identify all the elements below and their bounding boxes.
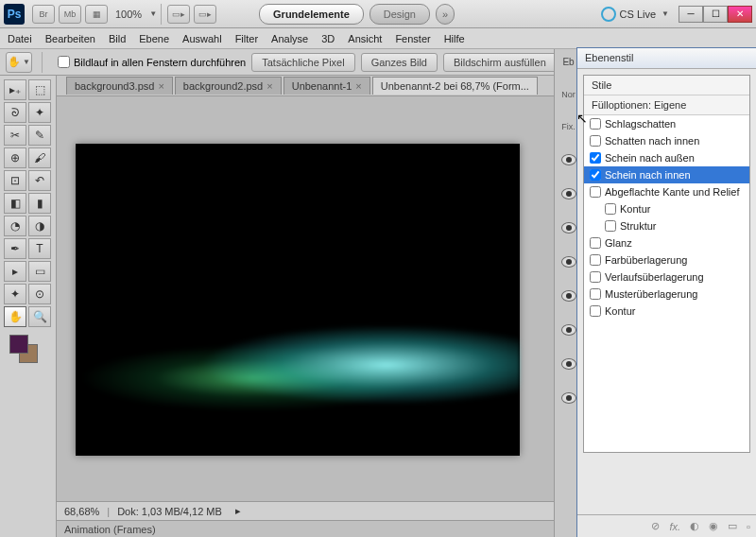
canvas[interactable] xyxy=(76,144,520,456)
style-item[interactable]: Schatten nach innen xyxy=(584,132,749,149)
layout-icon[interactable]: ▦ xyxy=(85,5,108,24)
menu-bild[interactable]: Bild xyxy=(109,33,126,44)
style-item[interactable]: Farbüberlagerung xyxy=(584,251,749,268)
style-item[interactable]: Kontur xyxy=(584,303,749,320)
arrange-icon[interactable]: ▭▸ xyxy=(167,5,190,24)
workspace-design[interactable]: Design xyxy=(369,4,430,25)
scroll-all-checkbox[interactable]: Bildlauf in allen Fenstern durchführen xyxy=(58,56,246,68)
pen-tool[interactable]: ✒ xyxy=(4,238,26,259)
style-item[interactable]: Schlagschatten xyxy=(584,115,749,132)
style-checkbox[interactable] xyxy=(590,186,601,198)
fill-screen-button[interactable]: Bildschirm ausfüllen xyxy=(443,53,557,72)
camera-tool[interactable]: ⊙ xyxy=(28,284,51,304)
visibility-icon[interactable] xyxy=(561,188,576,199)
stamp-tool[interactable]: ⊡ xyxy=(4,170,26,191)
history-tool[interactable]: ↶ xyxy=(28,170,51,191)
visibility-icon[interactable] xyxy=(561,290,576,302)
close-tab-icon[interactable]: × xyxy=(355,80,361,92)
blend-mode-stub[interactable]: Nor xyxy=(561,90,576,99)
new-icon[interactable]: ▫ xyxy=(747,521,750,532)
bridge-icon[interactable]: Br xyxy=(32,5,55,24)
style-checkbox[interactable] xyxy=(590,288,601,300)
menu-hilfe[interactable]: Hilfe xyxy=(444,33,465,44)
menu-fenster[interactable]: Fenster xyxy=(395,33,430,44)
marquee-tool[interactable]: ⬚ xyxy=(28,79,51,100)
mask-icon[interactable]: ◐ xyxy=(690,520,699,532)
style-checkbox[interactable] xyxy=(590,118,601,130)
style-item[interactable]: Verlaufsüberlagerung xyxy=(584,268,749,286)
fill-options-header[interactable]: Fülloptionen: Eigene xyxy=(584,95,749,115)
menu-datei[interactable]: Datei xyxy=(8,33,32,44)
style-checkbox[interactable] xyxy=(590,152,601,164)
menu-filter[interactable]: Filter xyxy=(235,33,258,44)
style-checkbox[interactable] xyxy=(590,237,601,249)
style-checkbox[interactable] xyxy=(590,305,601,317)
crop-tool[interactable]: ✂ xyxy=(4,125,26,146)
folder-icon[interactable]: ▭ xyxy=(728,520,737,532)
menu-analyse[interactable]: Analyse xyxy=(271,33,308,44)
hand-tool[interactable]: ✋ xyxy=(4,306,26,327)
visibility-icon[interactable] xyxy=(561,256,576,268)
style-checkbox[interactable] xyxy=(605,203,616,215)
dodge-tool[interactable]: ◑ xyxy=(28,216,51,236)
zoom-tool[interactable]: 🔍 xyxy=(28,306,51,327)
minibridge-icon[interactable]: Mb xyxy=(59,5,81,24)
style-checkbox[interactable] xyxy=(590,254,601,266)
maximize-button[interactable]: ☐ xyxy=(703,6,728,23)
minimize-button[interactable]: ─ xyxy=(679,6,703,23)
close-tab-icon[interactable]: × xyxy=(158,80,163,92)
gradient-tool[interactable]: ▮ xyxy=(28,193,51,214)
style-item[interactable]: Schein nach innen xyxy=(584,166,749,183)
eraser-tool[interactable]: ◧ xyxy=(4,193,26,214)
hand-tool-icon[interactable]: ✋▼ xyxy=(6,52,32,73)
styles-header[interactable]: Stile xyxy=(584,76,749,95)
doc-tab-active[interactable]: Unbenannt-2 bei 68,7% (Form... xyxy=(372,77,538,95)
menu-ebene[interactable]: Ebene xyxy=(139,33,169,44)
visibility-icon[interactable] xyxy=(561,222,576,234)
fx-icon[interactable]: fx. xyxy=(669,521,680,532)
menu-3d[interactable]: 3D xyxy=(321,33,335,44)
visibility-icon[interactable] xyxy=(561,392,576,404)
visibility-icon[interactable] xyxy=(561,154,576,165)
screen-mode-icon[interactable]: ▭▸ xyxy=(194,5,216,24)
workspace-more[interactable]: » xyxy=(436,4,455,25)
style-item[interactable]: Struktur xyxy=(584,217,749,234)
style-checkbox[interactable] xyxy=(605,220,616,232)
shape-tool[interactable]: ▭ xyxy=(28,261,51,282)
status-zoom[interactable]: 68,68% xyxy=(64,506,99,517)
panel-tab-eb[interactable]: Eb xyxy=(562,57,574,67)
status-doc-size[interactable]: Dok: 1,03 MB/4,12 MB xyxy=(117,506,222,517)
type-tool[interactable]: T xyxy=(28,238,51,259)
foreground-swatch[interactable] xyxy=(9,335,28,354)
lasso-tool[interactable]: ᘐ xyxy=(4,102,26,123)
doc-tab[interactable]: Unbenannt-1× xyxy=(284,77,370,95)
visibility-icon[interactable] xyxy=(561,324,576,336)
menu-ansicht[interactable]: Ansicht xyxy=(348,33,382,44)
doc-tab[interactable]: background3.psd× xyxy=(66,77,173,95)
workspace-grundelemente[interactable]: Grundelemente xyxy=(259,4,364,25)
doc-tab[interactable]: background2.psd× xyxy=(175,77,282,95)
actual-pixels-button[interactable]: Tatsächliche Pixel xyxy=(251,53,354,72)
brush-tool[interactable]: 🖌 xyxy=(28,147,51,168)
blur-tool[interactable]: ◔ xyxy=(4,216,26,236)
close-button[interactable]: ✕ xyxy=(728,6,752,23)
style-item[interactable]: Musterüberlagerung xyxy=(584,286,749,303)
eyedropper-tool[interactable]: ✎ xyxy=(28,125,51,146)
style-checkbox[interactable] xyxy=(590,135,601,147)
3d-tool[interactable]: ✦ xyxy=(4,284,26,304)
heal-tool[interactable]: ⊕ xyxy=(4,147,26,168)
style-checkbox[interactable] xyxy=(590,169,601,181)
wand-tool[interactable]: ✦ xyxy=(28,102,51,123)
menu-auswahl[interactable]: Auswahl xyxy=(182,33,222,44)
move-tool[interactable]: ▸₊ xyxy=(4,79,26,100)
style-item[interactable]: Schein nach außen xyxy=(584,149,749,166)
fit-screen-button[interactable]: Ganzes Bild xyxy=(361,53,438,72)
link-icon[interactable]: ⊘ xyxy=(651,520,660,532)
color-swatches[interactable] xyxy=(4,335,52,369)
zoom-level[interactable]: 100% xyxy=(115,9,142,20)
visibility-icon[interactable] xyxy=(561,358,576,370)
cs-live[interactable]: CS Live▼ xyxy=(601,7,669,22)
path-tool[interactable]: ▸ xyxy=(4,261,26,282)
style-item[interactable]: Glanz xyxy=(584,234,749,251)
style-checkbox[interactable] xyxy=(590,271,601,283)
